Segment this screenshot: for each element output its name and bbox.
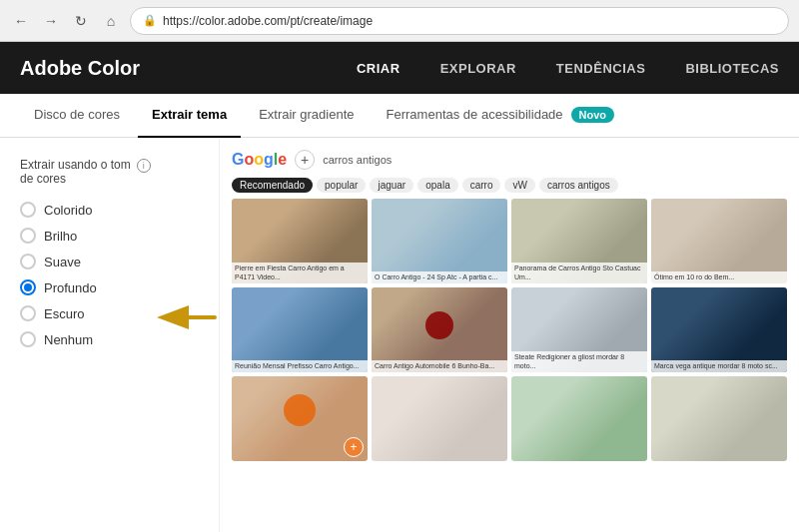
address-bar[interactable]: 🔒 https://color.adobe.com/pt/create/imag… xyxy=(130,7,789,35)
image-caption-1: Pierre em Fiesta Carro Antigo em a P4171… xyxy=(232,263,368,283)
google-logo: Google xyxy=(232,151,287,169)
image-cell-9[interactable]: + xyxy=(232,376,368,461)
image-caption-8: Marca vega antique mordar 8 moto sc... xyxy=(651,360,787,372)
nav-criar[interactable]: CRIAR xyxy=(357,61,400,76)
refresh-button[interactable]: ↻ xyxy=(70,10,92,32)
image-cell-6[interactable]: Carro Antigo Automobile 6 Bunho-Ba... xyxy=(372,287,507,372)
right-panel: Google + carros antigos Recomendado popu… xyxy=(220,138,799,532)
add-color-button[interactable]: + xyxy=(344,437,364,457)
color-circle-orange xyxy=(284,394,316,426)
tag-recomendado[interactable]: Recomendado xyxy=(232,178,313,193)
tag-jaguar[interactable]: jaguar xyxy=(370,178,413,193)
add-image-button[interactable]: + xyxy=(295,150,315,170)
novo-badge: Novo xyxy=(571,107,615,123)
app-header: Adobe Color CRIAR EXPLORAR TENDÊNCIAS BI… xyxy=(0,42,799,94)
option-colorido[interactable]: Colorido xyxy=(20,202,199,218)
tag-opala[interactable]: opala xyxy=(417,178,457,193)
forward-button[interactable]: → xyxy=(40,10,62,32)
option-profundo[interactable]: Profundo xyxy=(20,279,199,295)
google-search-bar: Google + carros antigos xyxy=(232,150,787,170)
image-cell-5[interactable]: Reunião Mensal Prefisso Carro Antigo... xyxy=(232,287,368,372)
image-grid: Pierre em Fiesta Carro Antigo em a P4171… xyxy=(232,199,787,461)
radio-brilho[interactable] xyxy=(20,228,36,244)
main-content: Extrair usando o tomde cores i Colorido … xyxy=(0,138,799,532)
radio-profundo[interactable] xyxy=(20,279,36,295)
image-cell-7[interactable]: Steate Redigioner a gliost mordar 8 moto… xyxy=(511,287,647,372)
radio-colorido[interactable] xyxy=(20,202,36,218)
image-cell-2[interactable]: O Carro Antigo - 24 Sp Atc - A partia c.… xyxy=(372,199,507,283)
image-cell-11[interactable] xyxy=(511,376,647,461)
radio-suave[interactable] xyxy=(20,254,36,269)
image-cell-10[interactable] xyxy=(372,376,507,461)
color-circle-red xyxy=(425,311,453,339)
image-caption-3: Panorama de Carros Antigo Sto Castuac Um… xyxy=(511,263,647,283)
app-logo: Adobe Color xyxy=(20,57,140,80)
back-button[interactable]: ← xyxy=(10,10,32,32)
image-caption-4: Ótimo em 10 ro do Bem... xyxy=(651,271,787,283)
tab-ferramentas[interactable]: Ferramentas de acessibilidade Novo xyxy=(373,94,629,138)
image-cell-4[interactable]: Ótimo em 10 ro do Bem... xyxy=(651,199,787,283)
image-tags: Recomendado popular jaguar opala carro v… xyxy=(232,178,787,193)
panel-label: Extrair usando o tomde cores i xyxy=(20,158,199,186)
tabs-bar: Disco de cores Extrair tema Extrair grad… xyxy=(0,94,799,138)
lock-icon: 🔒 xyxy=(143,14,157,27)
image-cell-1[interactable]: Pierre em Fiesta Carro Antigo em a P4171… xyxy=(232,199,368,283)
tab-disco-de-cores[interactable]: Disco de cores xyxy=(20,94,134,138)
tab-extrair-gradiente[interactable]: Extrair gradiente xyxy=(245,94,368,138)
tag-carros-antigos[interactable]: carros antigos xyxy=(539,178,618,193)
option-brilho[interactable]: Brilho xyxy=(20,228,199,244)
image-cell-8[interactable]: Marca vega antique mordar 8 moto sc... xyxy=(651,287,787,372)
browser-bar: ← → ↻ ⌂ 🔒 https://color.adobe.com/pt/cre… xyxy=(0,0,799,42)
option-nenhum[interactable]: Nenhum xyxy=(20,331,199,347)
radio-nenhum[interactable] xyxy=(20,331,36,347)
left-panel: Extrair usando o tomde cores i Colorido … xyxy=(0,138,220,532)
image-cell-12[interactable] xyxy=(651,376,787,461)
nav-tendencias[interactable]: TENDÊNCIAS xyxy=(556,61,646,76)
url-text: https://color.adobe.com/pt/create/image xyxy=(163,14,373,28)
radio-escuro[interactable] xyxy=(20,305,36,321)
nav-bibliotecas[interactable]: BIBLIOTECAS xyxy=(685,61,779,76)
tag-vw[interactable]: vW xyxy=(504,178,534,193)
nav-explorar[interactable]: EXPLORAR xyxy=(440,61,516,76)
image-cell-3[interactable]: Panorama de Carros Antigo Sto Castuac Um… xyxy=(511,199,647,283)
tab-extrair-tema[interactable]: Extrair tema xyxy=(138,94,241,138)
info-icon[interactable]: i xyxy=(137,159,151,173)
home-button[interactable]: ⌂ xyxy=(100,10,122,32)
image-caption-2: O Carro Antigo - 24 Sp Atc - A partia c.… xyxy=(372,271,507,283)
image-caption-6: Carro Antigo Automobile 6 Bunho-Ba... xyxy=(372,360,507,372)
image-caption-5: Reunião Mensal Prefisso Carro Antigo... xyxy=(232,360,368,372)
tag-carro[interactable]: carro xyxy=(462,178,501,193)
app-nav: CRIAR EXPLORAR TENDÊNCIAS BIBLIOTECAS xyxy=(357,61,779,76)
tag-popular[interactable]: popular xyxy=(317,178,366,193)
image-caption-7: Steate Redigioner a gliost mordar 8 moto… xyxy=(511,351,647,372)
radio-group: Colorido Brilho Suave Profundo Escuro Ne… xyxy=(20,202,199,347)
search-query: carros antigos xyxy=(323,154,392,166)
option-escuro[interactable]: Escuro xyxy=(20,305,199,321)
option-suave[interactable]: Suave xyxy=(20,254,199,269)
